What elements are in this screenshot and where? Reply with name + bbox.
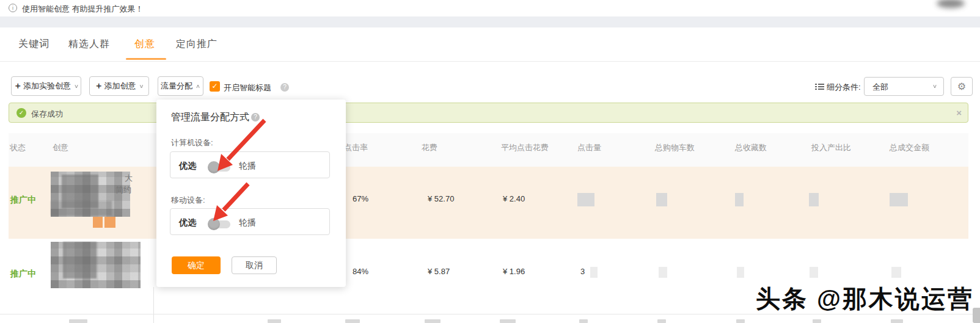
smart-title-label: 开启智能标题: [224, 82, 271, 93]
option-preferred-label[interactable]: 优选: [179, 217, 196, 228]
filter-selected-value: 全部: [872, 82, 888, 93]
cut-off-row: [657, 319, 666, 323]
chevron-up-icon: ∧: [196, 83, 200, 89]
cut-off-row: [500, 319, 516, 323]
help-icon[interactable]: ?: [251, 113, 260, 122]
computer-device-toggle[interactable]: [210, 164, 230, 172]
cell-clicks: 3: [580, 267, 585, 276]
plus-icon: ＋: [94, 81, 103, 92]
tabs-divider: [0, 61, 980, 62]
cut-off-row: [425, 319, 441, 323]
cut-off-row: [813, 319, 821, 323]
redacted-cell: [891, 267, 901, 278]
info-icon: i: [9, 4, 17, 12]
notice-bar: i 使用智能创意 有助提升推广效果！: [0, 0, 980, 16]
close-icon[interactable]: ×: [956, 107, 962, 118]
success-check-icon: ✓: [16, 108, 26, 118]
creative-badge: [104, 217, 115, 228]
status-badge: 推广中: [10, 269, 36, 280]
tab-keywords[interactable]: 关键词: [18, 38, 49, 51]
status-badge: 推广中: [10, 195, 36, 206]
cancel-button[interactable]: 取消: [232, 256, 277, 274]
tab-targeting[interactable]: 定向推广: [176, 38, 218, 51]
column-header-total-gmv: 总成交金额: [890, 142, 929, 153]
cell-cost: ¥ 52.70: [428, 194, 454, 203]
column-header-status: 状态: [10, 142, 26, 153]
cell-avg-click-cost: ¥ 1.96: [503, 267, 525, 276]
table-row: [9, 167, 968, 239]
help-icon[interactable]: ?: [280, 83, 289, 92]
redacted-cell: [735, 193, 744, 206]
column-header-total-favorites: 总收藏数: [735, 142, 767, 153]
creative-thumbnail[interactable]: [51, 242, 141, 288]
filter-conditions-label: 细分条件:: [827, 82, 861, 93]
redacted-cell: [737, 267, 744, 278]
filter-conditions-select[interactable]: 全部 ∨: [864, 77, 944, 96]
cell-avg-click-cost: ¥ 2.40: [503, 194, 525, 203]
fixed-column-divider: [153, 287, 154, 323]
toggle-knob: [208, 161, 220, 173]
option-carousel-label[interactable]: 轮播: [239, 161, 256, 172]
redacted-cell: [577, 193, 594, 206]
column-header-cost: 花费: [422, 142, 437, 153]
mobile-device-toggle[interactable]: [210, 220, 230, 228]
smart-title-checkbox[interactable]: ✓: [210, 81, 220, 92]
column-header-roi: 投入产出比: [811, 142, 851, 153]
cut-off-row: [345, 319, 360, 323]
success-banner-text: 保存成功: [31, 109, 63, 120]
success-banner: ✓ 保存成功 ×: [9, 103, 968, 123]
creative-title-fragment: 大: [125, 173, 133, 184]
cell-cost: ¥ 5.87: [428, 267, 450, 276]
cell-click-rate: 84%: [353, 267, 368, 276]
creative-title-fragment: 简约: [115, 184, 131, 195]
watermark-text: 头条 @那木说运营: [756, 282, 974, 316]
chevron-down-icon: ∨: [74, 83, 79, 89]
add-creative-button[interactable]: ＋ 添加创意 ∨: [89, 76, 149, 96]
column-header-clicks: 点击量: [577, 142, 601, 153]
computer-device-label: 计算机设备:: [171, 137, 213, 148]
column-header-total-carts: 总购物车数: [655, 142, 695, 153]
chevron-down-icon: ∨: [139, 83, 144, 89]
gear-icon[interactable]: ⚙: [951, 77, 973, 96]
cut-off-row: [736, 319, 745, 323]
redacted-cell: [659, 267, 667, 278]
traffic-allocation-popup: 管理流量分配方式 ? 计算机设备: 优选 轮播 移动设备: 优选 轮播 确定 取…: [156, 100, 346, 287]
computer-device-option-box: 优选 轮播: [170, 151, 330, 178]
add-experiment-creative-button[interactable]: ＋ 添加实验创意 ∨: [11, 76, 81, 96]
redacted-cell: [590, 267, 598, 278]
column-header-creative: 创意: [53, 142, 68, 153]
tab-creative[interactable]: 创意: [134, 38, 155, 51]
app-root: i 使用智能创意 有助提升推广效果！ 关键词 精选人群 创意 定向推广 ＋ 添加…: [0, 0, 980, 323]
column-header-avg-click-cost: 平均点击花费: [501, 142, 549, 153]
option-carousel-label[interactable]: 轮播: [239, 217, 256, 228]
cut-off-row: [891, 319, 903, 323]
cell-click-rate: 67%: [353, 194, 368, 203]
redacted-cell: [656, 193, 667, 206]
chevron-down-icon: ∨: [932, 83, 937, 89]
cut-off-row: [579, 319, 588, 323]
add-experiment-creative-label: 添加实验创意: [23, 81, 71, 92]
redacted-cell: [809, 193, 819, 206]
tab-audience[interactable]: 精选人群: [68, 38, 110, 51]
detail-list-icon: [815, 84, 824, 90]
traffic-allocation-button[interactable]: 流量分配 ∧: [158, 76, 203, 96]
traffic-allocation-label: 流量分配: [161, 81, 192, 92]
confirm-button[interactable]: 确定: [172, 256, 221, 274]
mobile-device-option-box: 优选 轮播: [170, 208, 330, 235]
cut-off-row: [69, 319, 87, 323]
redacted-cell: [890, 193, 908, 206]
add-creative-label: 添加创意: [104, 81, 136, 92]
cut-off-row: [268, 319, 281, 323]
mobile-device-label: 移动设备:: [171, 195, 205, 206]
column-header-click-rate: 点击率: [344, 142, 368, 153]
active-tab-underline: [126, 58, 166, 60]
toggle-knob: [208, 218, 220, 230]
option-preferred-label[interactable]: 优选: [179, 161, 196, 172]
redacted-cell: [810, 267, 818, 278]
popup-title: 管理流量分配方式: [171, 111, 249, 124]
plus-icon: ＋: [13, 81, 22, 92]
creative-badge: [93, 217, 103, 228]
notice-text: 使用智能创意 有助提升推广效果！: [22, 4, 144, 15]
top-divider-band: [0, 16, 980, 27]
